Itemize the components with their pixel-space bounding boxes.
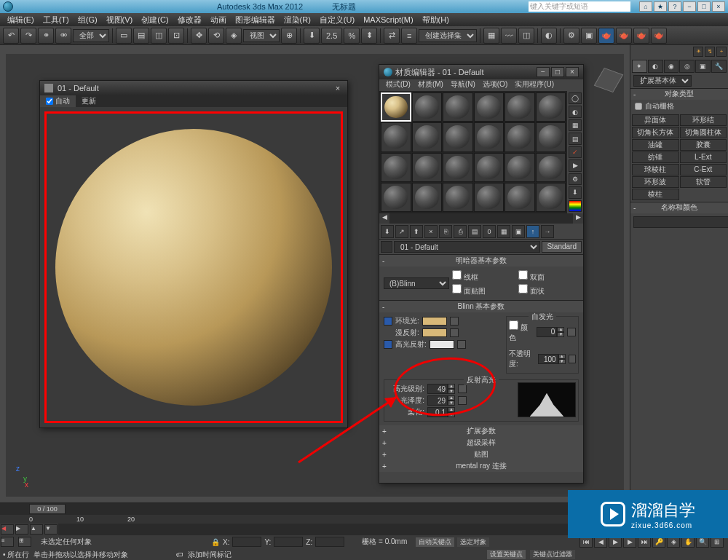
wire-check[interactable]: 线框 — [452, 270, 513, 283]
options-button[interactable]: ⚙ — [569, 173, 582, 185]
create-object-button[interactable]: 软管 — [680, 176, 727, 188]
color-check[interactable]: 颜色 — [509, 320, 534, 343]
geometry-type-dd[interactable]: 扩展基本体 — [633, 75, 692, 87]
maximize-button[interactable]: □ — [551, 67, 564, 77]
track-btn[interactable]: ◀ — [1, 524, 14, 535]
material-slot[interactable] — [443, 92, 473, 122]
material-slot[interactable] — [536, 183, 566, 212]
create-object-button[interactable]: 纺锤 — [632, 151, 679, 163]
self-illum-map[interactable] — [567, 328, 576, 336]
material-editor-button[interactable]: ◐ — [541, 28, 557, 44]
create-object-button[interactable]: 球棱柱 — [632, 164, 679, 176]
window-crossing-button[interactable]: ⊡ — [168, 28, 184, 44]
ref-coord-dd[interactable]: 视图 — [243, 29, 280, 42]
material-slot[interactable] — [381, 122, 411, 151]
diffuse-map[interactable] — [450, 328, 459, 337]
hierarchy-tab[interactable]: ◉ — [664, 60, 679, 73]
material-slot[interactable] — [536, 92, 566, 122]
menu-maxscript[interactable]: MAXScript(M) — [359, 15, 417, 24]
time-handle[interactable]: 0 / 100 — [29, 504, 66, 514]
menu-graph[interactable]: 图形编辑器 — [231, 15, 280, 25]
material-slot[interactable] — [536, 153, 566, 182]
material-editor-titlebar[interactable]: 材质编辑器 - 01 - Default − □ × — [379, 65, 583, 79]
percent-snap-button[interactable]: % — [344, 28, 360, 44]
material-name-dd[interactable]: 01 - Default — [394, 241, 540, 253]
object-types-header[interactable]: -对象类型 — [630, 88, 728, 100]
teapot1-icon[interactable]: 🫖 — [616, 28, 632, 44]
spec-level-map[interactable] — [458, 384, 467, 393]
scale-button[interactable]: ◈ — [226, 28, 242, 44]
angle-snap-button[interactable]: 2.5 — [321, 28, 342, 44]
key-filter-button[interactable]: 关键点过滤器 — [530, 550, 575, 559]
create-object-button[interactable]: C-Ext — [680, 164, 727, 176]
shader-rollout-header[interactable]: - 明暗器基本参数 — [379, 255, 583, 267]
render-setup-button[interactable]: ⚙ — [563, 28, 579, 44]
mat-menu-options[interactable]: 选项(O) — [479, 79, 511, 91]
mentalray-rollout[interactable]: +mental ray 连接 — [379, 460, 583, 472]
lock-icon[interactable] — [384, 317, 392, 326]
teapot3-icon[interactable]: 🫖 — [651, 28, 667, 44]
layer-button[interactable]: ▦ — [483, 28, 499, 44]
app-icon[interactable] — [3, 1, 13, 12]
go-forward-button[interactable]: → — [541, 225, 554, 238]
copy-button[interactable]: ⎘ — [439, 225, 452, 238]
minimize-button[interactable]: − — [683, 1, 696, 12]
menu-customize[interactable]: 自定义(U) — [315, 15, 359, 25]
go-parent-button[interactable]: ↑ — [526, 225, 539, 238]
material-slot[interactable] — [381, 183, 411, 212]
create-object-button[interactable]: 异面体 — [632, 114, 679, 126]
snap-button[interactable]: ⬇ — [304, 28, 320, 44]
minitrack-btn[interactable]: ⊞ — [18, 537, 31, 547]
material-slot[interactable] — [536, 122, 566, 151]
x-input[interactable] — [232, 537, 261, 547]
gloss-spinner[interactable]: ▲▼ — [427, 395, 455, 406]
menu-group[interactable]: 组(G) — [74, 15, 102, 25]
select-by-mat-button[interactable]: ⬇ — [569, 186, 582, 198]
track-btn[interactable]: ▼ — [44, 524, 58, 535]
ambient-map[interactable] — [450, 317, 459, 326]
uv-tiling-button[interactable]: ▤ — [569, 133, 582, 144]
track-btn[interactable]: ▶ — [15, 524, 28, 535]
material-slot[interactable] — [505, 183, 535, 212]
menu-edit[interactable]: 编辑(E) — [3, 15, 39, 25]
material-slot[interactable] — [474, 92, 505, 122]
menu-create[interactable]: 创建(C) — [137, 15, 173, 25]
selection-filter-dd[interactable]: 全部 — [73, 29, 109, 42]
mat-id-button[interactable]: 0 — [483, 225, 496, 238]
show-end-button[interactable]: ▣ — [512, 225, 525, 238]
mat-menu-mode[interactable]: 模式(D) — [382, 79, 414, 91]
icon-btn[interactable]: ⌂ — [639, 1, 652, 12]
light-icon[interactable]: ☀ — [693, 47, 703, 57]
menu-help[interactable]: 帮助(H) — [418, 15, 454, 25]
preview-titlebar[interactable]: 01 - Default × — [40, 81, 347, 95]
select-name-button[interactable]: ▤ — [133, 28, 149, 44]
object-name-input[interactable] — [633, 216, 728, 228]
menu-modifiers[interactable]: 修改器 — [173, 15, 206, 25]
create-object-button[interactable]: 环形波 — [632, 176, 679, 188]
schematic-button[interactable]: ◫ — [518, 28, 534, 44]
motion-tab[interactable]: ◎ — [679, 60, 695, 73]
redo-button[interactable]: ↷ — [20, 28, 36, 44]
preview-viewport[interactable] — [44, 111, 343, 423]
material-slot[interactable] — [381, 153, 411, 182]
named-sel-dd[interactable]: 创建选择集 — [419, 29, 477, 42]
ambient-swatch[interactable] — [422, 317, 447, 326]
y-input[interactable] — [274, 537, 303, 547]
menu-animation[interactable]: 动画 — [206, 15, 231, 25]
pivot-button[interactable]: ⊕ — [281, 28, 297, 44]
mat-menu-util[interactable]: 实用程序(U) — [511, 79, 558, 91]
background-button[interactable]: ▦ — [569, 119, 582, 131]
preview-tab-update[interactable]: 更新 — [76, 95, 102, 107]
material-slot[interactable] — [412, 183, 443, 212]
assign-button[interactable]: ⬆ — [410, 225, 423, 238]
teapot2-icon[interactable]: 🫖 — [633, 28, 649, 44]
link-button[interactable]: ⚭ — [38, 28, 54, 44]
help-search-input[interactable]: 键入关键字或短语 — [529, 1, 630, 12]
display-tab[interactable]: ▣ — [695, 60, 711, 73]
soften-spinner[interactable]: ▲▼ — [427, 407, 455, 417]
get-material-button[interactable]: ⬇ — [381, 225, 394, 238]
sample-type-button[interactable]: ◯ — [569, 92, 582, 104]
close-button[interactable]: × — [712, 1, 725, 12]
mirror-button[interactable]: ⇄ — [384, 28, 400, 44]
material-type-button[interactable]: Standard — [542, 241, 582, 253]
